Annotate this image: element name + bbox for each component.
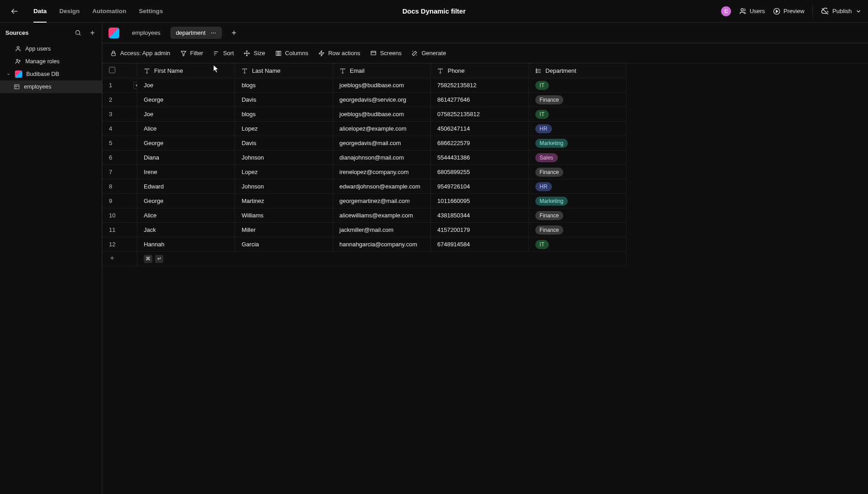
cell-first-name[interactable]: Joe [137,107,235,122]
columns-button[interactable]: Columns [275,50,308,56]
cell-email[interactable]: georgemartinez@mail.com [333,194,430,208]
cell-first-name[interactable]: George [137,136,235,151]
cell-email[interactable]: georgedavis@service.org [333,93,430,107]
row-index-cell[interactable]: 2 [103,93,137,107]
cell-last-name[interactable]: Martinez [235,194,333,208]
tab-add-button[interactable] [228,27,240,39]
chevron-down-icon[interactable] [855,8,862,14]
cell-phone[interactable]: 4157200179 [431,223,528,237]
nav-tab-design[interactable]: Design [53,0,86,23]
add-column-button[interactable] [133,82,137,89]
cell-last-name[interactable]: Lopez [235,165,333,179]
cell-department[interactable]: Finance [528,165,626,179]
table-row[interactable]: 6DianaJohnsondianajohnson@mail.com554443… [103,151,627,165]
checkbox-icon[interactable] [109,67,115,73]
cell-first-name[interactable]: Jack [137,223,235,237]
grid-header-department[interactable]: Department [528,64,626,78]
sort-button[interactable]: Sort [213,50,234,56]
cell-email[interactable]: irenelopez@company.com [333,165,430,179]
row-actions-button[interactable]: Row actions [318,50,360,56]
cell-department[interactable]: IT [528,78,626,93]
row-index-cell[interactable]: 4 [103,122,137,136]
cell-email[interactable]: hannahgarcia@company.com [333,237,430,252]
cell-email[interactable]: edwardjohnson@example.com [333,179,430,194]
generate-button[interactable]: Generate [411,50,446,56]
nav-tab-data[interactable]: Data [27,0,53,23]
cell-department[interactable]: Marketing [528,136,626,151]
cell-email[interactable]: alicelopez@example.com [333,122,430,136]
cell-first-name[interactable]: Irene [137,165,235,179]
cell-phone[interactable]: 8614277646 [431,93,528,107]
cell-last-name[interactable]: Davis [235,93,333,107]
cell-first-name[interactable]: Diana [137,151,235,165]
screens-button[interactable]: Screens [370,50,402,56]
add-row-plus-cell[interactable] [103,252,137,266]
cell-department[interactable]: HR [528,179,626,194]
cell-phone[interactable]: 5544431386 [431,151,528,165]
table-row[interactable]: 2GeorgeDavisgeorgedavis@service.org86142… [103,93,627,107]
row-index-cell[interactable]: 8 [103,179,137,194]
row-index-cell[interactable]: 3 [103,107,137,122]
cell-phone[interactable]: 6805899255 [431,165,528,179]
cell-phone[interactable]: 0758252135812 [431,107,528,122]
cell-department[interactable]: Sales [528,151,626,165]
cell-email[interactable]: jackmiller@mail.com [333,223,430,237]
row-index-cell[interactable]: 1 [103,78,137,93]
cell-phone[interactable]: 4506247114 [431,122,528,136]
avatar[interactable]: C [721,6,731,16]
cell-email[interactable]: joeblogs@budibase.com [333,107,430,122]
sidebar-item-table-employees[interactable]: employees [0,80,102,93]
sidebar-add-button[interactable] [86,27,98,38]
cell-department[interactable]: IT [528,237,626,252]
cell-last-name[interactable]: blogs [235,107,333,122]
publish-button[interactable]: Publish [821,7,852,15]
access-chip[interactable]: Access: App admin [110,50,170,56]
cell-department[interactable]: Finance [528,208,626,223]
table-row[interactable]: 3Joeblogsjoeblogs@budibase.com0758252135… [103,107,627,122]
cell-email[interactable]: georgedavis@mail.com [333,136,430,151]
table-row[interactable]: 10AliceWilliamsalicewilliams@example.com… [103,208,627,223]
table-row[interactable]: 12HannahGarciahannahgarcia@company.com67… [103,237,627,252]
table-row[interactable]: 5GeorgeDavisgeorgedavis@mail.com68662225… [103,136,627,151]
table-row[interactable]: 8EdwardJohnsonedwardjohnson@example.com9… [103,179,627,194]
cell-first-name[interactable]: Hannah [137,237,235,252]
cell-phone[interactable]: 4381850344 [431,208,528,223]
grid-header-index[interactable] [103,64,137,78]
cell-department[interactable]: Finance [528,93,626,107]
sidebar-search-button[interactable] [72,27,84,38]
tab-employees[interactable]: employees [127,27,166,39]
cell-last-name[interactable]: Davis [235,136,333,151]
cell-last-name[interactable]: Johnson [235,179,333,194]
cell-last-name[interactable]: Miller [235,223,333,237]
cell-last-name[interactable]: blogs [235,78,333,93]
cell-department[interactable]: IT [528,107,626,122]
filter-button[interactable]: Filter [180,50,203,56]
cell-last-name[interactable]: Garcia [235,237,333,252]
table-row[interactable]: 4AliceLopezalicelopez@example.com4506247… [103,122,627,136]
users-button[interactable]: Users [739,8,765,15]
row-index-cell[interactable]: 7 [103,165,137,179]
table-row[interactable]: 7IreneLopezirenelopez@company.com6805899… [103,165,627,179]
sidebar-item-app-users[interactable]: App users [0,42,102,55]
cell-email[interactable]: dianajohnson@mail.com [333,151,430,165]
cell-first-name[interactable]: George [137,194,235,208]
grid-header-first-name[interactable]: First Name [137,64,235,78]
table-row[interactable]: 9GeorgeMartinezgeorgemartinez@mail.com10… [103,194,627,208]
preview-button[interactable]: Preview [773,8,804,15]
row-index-cell[interactable]: 5 [103,136,137,151]
cell-first-name[interactable]: Joe [137,78,235,93]
cell-last-name[interactable]: Lopez [235,122,333,136]
grid-header-last-name[interactable]: Last Name [235,64,333,78]
row-index-cell[interactable]: 9 [103,194,137,208]
size-button[interactable]: Size [244,50,265,56]
row-index-cell[interactable]: 6 [103,151,137,165]
cell-email[interactable]: joeblogs@budibase.com [333,78,430,93]
cell-email[interactable]: alicewilliams@example.com [333,208,430,223]
cell-first-name[interactable]: Alice [137,122,235,136]
tab-more-button[interactable] [210,30,217,36]
cell-phone[interactable]: 1011660095 [431,194,528,208]
nav-tab-automation[interactable]: Automation [86,0,132,23]
grid-header-phone[interactable]: Phone [431,64,528,78]
row-index-cell[interactable]: 12 [103,237,137,252]
table-row[interactable]: 1Joeblogsjoeblogs@budibase.com7582521358… [103,78,627,93]
